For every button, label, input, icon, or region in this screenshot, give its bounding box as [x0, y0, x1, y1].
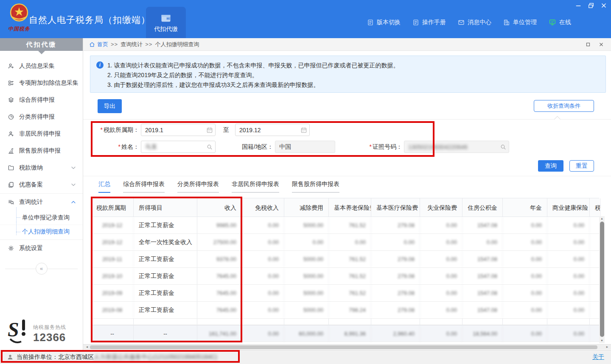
tab-huizong[interactable]: 汇总	[98, 181, 110, 193]
sidebar-item-feijumin[interactable]: 非居民所得申报	[0, 125, 83, 142]
sidebar-item-xianshougu[interactable]: 限售股所得申报	[0, 142, 83, 159]
export-button[interactable]: 导出	[98, 99, 122, 113]
sidebar-collapse-button[interactable]: «	[36, 263, 48, 275]
menu-item-online[interactable]: 在线	[549, 19, 571, 26]
table-cell: 279.08	[371, 217, 420, 233]
table-cell: 7645.00	[197, 268, 242, 284]
nationality-value: 中国	[279, 143, 291, 151]
notice-line: 3. 由于数据处理的滞后性，建议您在申报成功3天之后再来查询最新的申报数据。	[107, 80, 600, 90]
reset-button[interactable]: 重置	[569, 160, 594, 172]
table-header-cell: 免税收入	[242, 198, 284, 217]
scroll-up-icon[interactable]: ▲	[599, 216, 605, 221]
table-cell: 279.08	[371, 302, 420, 318]
table-row[interactable]: 2019-08正常工资薪金7645.000.005000.00798.24279…	[91, 302, 599, 319]
table-cell: 761.52	[329, 251, 371, 267]
notice-box: i 1. 该查询统计表仅能查询已申报成功的数据，不包含未申报、申报失败，已申报但…	[90, 56, 606, 93]
search-icon[interactable]	[500, 144, 507, 150]
window-controls	[575, 2, 608, 9]
calendar-icon[interactable]	[206, 127, 213, 133]
sidebar: 代扣代缴 人员信息采集专项附加扣除信息采集综合所得申报分类所得申报非居民所得申报…	[0, 38, 83, 350]
id-number-input[interactable]: 130502199304220646	[404, 141, 509, 153]
sidebar-item-fenlei[interactable]: 分类所得申报	[0, 108, 83, 125]
sidebar-item-xitong[interactable]: 系统设置	[0, 240, 83, 257]
tab-feijumin[interactable]: 非居民所得申报表	[232, 181, 279, 193]
sidebar-subitem-label: 单位申报记录查询	[22, 214, 70, 222]
minimize-icon[interactable]	[575, 2, 582, 9]
sidebar-item-zhuanxiang[interactable]: 专项附加扣除信息采集	[0, 75, 83, 92]
query-button[interactable]: 查询	[538, 160, 563, 172]
breadcrumb-separator: >>	[111, 41, 118, 47]
table-cell: --	[134, 325, 197, 342]
calendar-icon[interactable]	[300, 127, 307, 133]
menu-item-message[interactable]: 消息中心	[458, 19, 491, 26]
table-cell: 60,000.00	[284, 325, 329, 342]
scroll-down-icon[interactable]: ▼	[599, 338, 605, 343]
sidebar-item-youhui[interactable]: 优惠备案	[0, 176, 83, 193]
table-cell: 7645.00	[197, 302, 242, 318]
titlebar: 中国税务 自然人电子税务局（扣缴端） 代扣代缴 版本切换操作手册消息中心单位管理…	[0, 0, 611, 38]
tab-xianshougu[interactable]: 限售股所得申报表	[292, 181, 339, 193]
table-cell: 正常工资薪金	[134, 302, 197, 318]
notice-line: 1. 该查询统计表仅能查询已申报成功的数据，不包含未申报、申报失败，已申报但已作…	[107, 61, 600, 70]
table-cell: 0.00	[547, 251, 590, 267]
nationality-input: 中国	[275, 141, 335, 153]
table-row[interactable]: 2019-11正常工资薪金9378.000.005000.00761.52279…	[91, 251, 599, 268]
menu-item-version[interactable]: 版本切换	[367, 19, 401, 26]
table-body: 2019-12正常工资薪金9985.000.005000.00761.52279…	[91, 217, 599, 342]
sidebar-item-chaxun[interactable]: 查询统计	[0, 194, 83, 211]
table-cell: 0.00	[503, 217, 547, 233]
nav-tab-withholding[interactable]: 代扣代缴	[146, 7, 186, 38]
horizontal-scrollbar[interactable]: ◄ ►	[83, 344, 611, 350]
restore-icon[interactable]	[587, 2, 595, 9]
window-close-icon[interactable]	[599, 42, 604, 47]
table-cell: 0.00	[420, 285, 462, 301]
sidebar-subitem-geren[interactable]: 个人扣缴明细查询	[0, 225, 83, 239]
table-row[interactable]: 2019-12正常工资薪金9985.000.005000.00761.52279…	[91, 217, 599, 234]
menu-item-manual[interactable]: 操作手册	[412, 19, 446, 26]
name-input[interactable]: 马某	[141, 141, 216, 153]
sidebar-item-zonghe[interactable]: 综合所得申报	[0, 92, 83, 108]
collapse-query-button[interactable]: 收折查询条件	[534, 100, 594, 112]
sidebar-item-label: 系统设置	[19, 245, 43, 252]
app-title: 自然人电子税务局（扣缴端）	[29, 14, 150, 26]
period-to-input[interactable]: 2019.12	[235, 124, 310, 136]
scroll-right-icon[interactable]: ►	[604, 345, 610, 350]
search-icon[interactable]	[206, 144, 213, 150]
table-cell: 7645.00	[197, 285, 242, 301]
table-cell: 0.00	[420, 302, 462, 318]
vertical-scrollbar[interactable]: ▲ ▼	[599, 216, 605, 343]
table-cell	[329, 319, 371, 325]
menu-item-unit[interactable]: 单位管理	[503, 19, 537, 26]
breadcrumb-home[interactable]: 首页	[97, 41, 108, 48]
building-icon	[503, 19, 510, 26]
table-row[interactable]: 2019-09正常工资薪金7645.000.005000.00761.52279…	[91, 285, 599, 302]
horizontal-scrollbar-thumb[interactable]	[90, 345, 597, 349]
person-icon	[8, 131, 14, 137]
table-row[interactable]: 2019-10正常工资薪金7645.000.005000.00761.52279…	[91, 268, 599, 285]
table-cell: 0.00	[242, 302, 284, 318]
result-table: 税款所属期所得项目收入免税收入减除费用基本养老保险费基本医疗保险费失业保险费住房…	[91, 198, 599, 342]
table-cell	[242, 319, 284, 325]
scroll-left-icon[interactable]: ◄	[84, 345, 90, 350]
table-row[interactable]: 2019-12全年一次性奖金收入27500.000.000.000.000.00…	[91, 234, 599, 251]
tab-zonghe[interactable]: 综合所得申报表	[123, 181, 165, 193]
table-cell: 0.00	[242, 325, 284, 342]
period-from-input[interactable]: 2019.1	[141, 124, 216, 136]
sidebar-subitem-danwei[interactable]: 单位申报记录查询	[0, 211, 83, 225]
tab-fenlei[interactable]: 分类所得申报表	[177, 181, 219, 193]
close-icon[interactable]	[600, 2, 608, 9]
table-header-cell: 失业保险费	[420, 198, 462, 217]
table-cell: 8,991.36	[329, 325, 371, 342]
table-header-cell: 住房公积金	[462, 198, 503, 217]
sidebar-item-shuikuan[interactable]: 税款缴纳	[0, 159, 83, 176]
user-icon	[7, 354, 14, 361]
current-unit-visible: 北京市西城区	[58, 353, 94, 361]
sidebar-item-renyuan[interactable]: 人员信息采集	[0, 58, 83, 75]
table-cell: 0.00	[420, 325, 462, 342]
window-maximize-icon[interactable]	[586, 42, 591, 47]
breadcrumb-item[interactable]: 查询统计	[121, 41, 143, 47]
about-link[interactable]: 关于	[592, 353, 604, 361]
table-cell: 0.00	[242, 217, 284, 233]
info-icon: i	[96, 61, 104, 69]
vertical-scrollbar-thumb[interactable]	[600, 222, 604, 337]
